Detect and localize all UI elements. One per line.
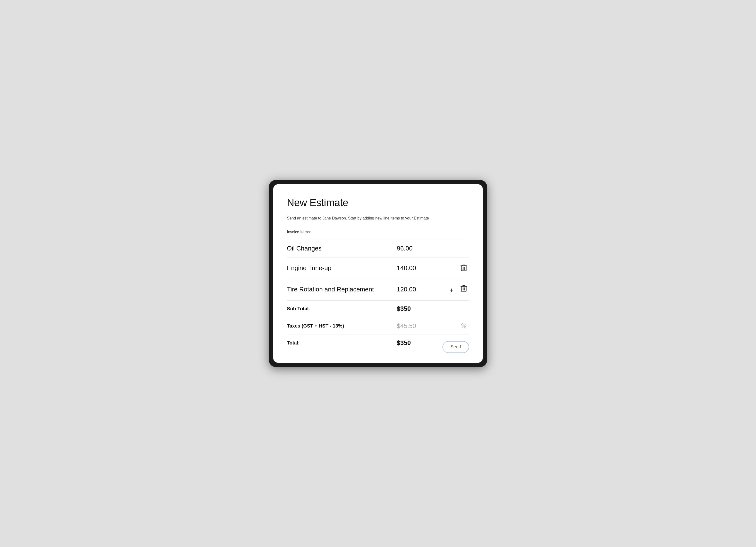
table-row: Oil Changes 96.00: [287, 239, 469, 258]
line-items-table: Oil Changes 96.00 Engine Tune-up 140.00: [287, 239, 469, 351]
delete-engine-tuneup-button[interactable]: [458, 263, 469, 273]
item-name-tire-rotation: Tire Rotation and Replacement: [287, 286, 374, 293]
subtotal-label: Sub Total:: [287, 306, 310, 311]
invoice-label: Invoice Items:: [287, 230, 469, 234]
total-row: Total: $350: [287, 335, 469, 351]
item-actions-tire-rotation: +: [433, 278, 469, 301]
total-label: Total:: [287, 340, 300, 345]
tax-percent-button[interactable]: [458, 321, 469, 330]
item-price-tire-rotation: 120.00: [387, 286, 416, 293]
item-price-engine-tuneup: 140.00: [387, 264, 416, 272]
table-row: Engine Tune-up 140.00: [287, 258, 469, 278]
outer-frame: New Estimate Send an estimate to Jane Da…: [269, 180, 487, 367]
total-value: $350: [387, 339, 411, 346]
item-actions-oil-changes: [433, 239, 469, 258]
tax-label: Taxes (GST + HST - 13%): [287, 323, 344, 328]
send-button[interactable]: Send: [442, 341, 469, 353]
tax-row: Taxes (GST + HST - 13%) $45.50: [287, 317, 469, 335]
plus-icon: +: [449, 286, 453, 294]
item-price-oil-changes: 96.00: [387, 245, 413, 252]
subtotal-row: Sub Total: $350: [287, 301, 469, 317]
item-actions-engine-tuneup: [433, 258, 469, 278]
item-name-oil-changes: Oil Changes: [287, 245, 322, 252]
svg-line-10: [462, 324, 466, 328]
estimate-card: New Estimate Send an estimate to Jane Da…: [273, 184, 483, 363]
svg-point-9: [464, 326, 466, 328]
table-row: Tire Rotation and Replacement 120.00 +: [287, 278, 469, 301]
delete-tire-rotation-button[interactable]: [458, 284, 469, 293]
tax-value: $45.50: [387, 322, 416, 329]
subtotal-value: $350: [387, 305, 411, 312]
svg-point-8: [462, 324, 463, 325]
page-title: New Estimate: [287, 197, 469, 209]
subtitle: Send an estimate to Jane Dawson. Start b…: [287, 215, 469, 221]
add-tire-rotation-button[interactable]: +: [448, 285, 457, 295]
item-name-engine-tuneup: Engine Tune-up: [287, 264, 331, 272]
